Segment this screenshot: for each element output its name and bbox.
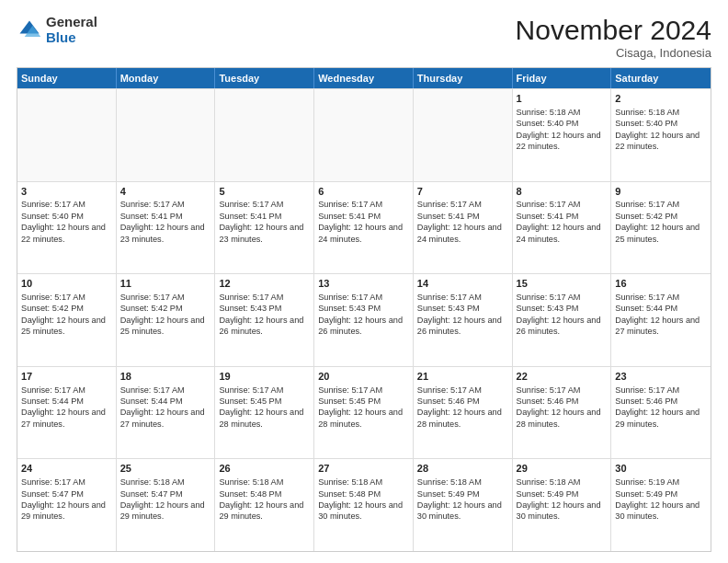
calendar-cell: 30Sunrise: 5:19 AMSunset: 5:49 PMDayligh… [611, 459, 711, 551]
day-number: 11 [120, 277, 211, 291]
day-info: Sunset: 5:49 PM [517, 488, 608, 500]
day-info: Daylight: 12 hours and 25 minutes. [120, 315, 211, 338]
day-number: 9 [615, 185, 707, 199]
cal-header-cell: Saturday [611, 68, 711, 88]
calendar-cell: 2Sunrise: 5:18 AMSunset: 5:40 PMDaylight… [611, 89, 711, 181]
cal-header-cell: Thursday [414, 68, 513, 88]
day-info: Sunrise: 5:17 AM [615, 199, 707, 210]
day-info: Sunset: 5:41 PM [120, 211, 211, 222]
day-number: 20 [318, 370, 409, 384]
day-info: Sunset: 5:46 PM [517, 396, 608, 407]
calendar-cell: 10Sunrise: 5:17 AMSunset: 5:42 PMDayligh… [17, 274, 117, 366]
day-number: 3 [21, 185, 112, 199]
day-info: Daylight: 12 hours and 22 minutes. [615, 130, 707, 153]
day-info: Daylight: 12 hours and 30 minutes. [615, 500, 707, 523]
cal-header-cell: Friday [513, 68, 612, 88]
logo-blue: Blue [46, 30, 97, 46]
day-info: Daylight: 12 hours and 25 minutes. [21, 315, 112, 338]
calendar-body: 1Sunrise: 5:18 AMSunset: 5:40 PMDaylight… [17, 88, 711, 551]
day-info: Sunset: 5:45 PM [318, 396, 409, 407]
day-info: Daylight: 12 hours and 27 minutes. [615, 315, 707, 338]
day-info: Sunset: 5:46 PM [417, 396, 508, 407]
day-info: Sunrise: 5:18 AM [219, 477, 310, 488]
calendar-cell: 4Sunrise: 5:17 AMSunset: 5:41 PMDaylight… [117, 182, 216, 274]
calendar: SundayMondayTuesdayWednesdayThursdayFrid… [17, 67, 711, 552]
calendar-week-row: 17Sunrise: 5:17 AMSunset: 5:44 PMDayligh… [17, 366, 711, 459]
day-info: Sunset: 5:42 PM [615, 211, 707, 222]
day-info: Daylight: 12 hours and 29 minutes. [120, 500, 211, 523]
day-info: Sunrise: 5:17 AM [615, 292, 707, 303]
day-info: Sunset: 5:44 PM [120, 396, 211, 407]
day-info: Sunset: 5:47 PM [120, 488, 211, 500]
day-info: Sunset: 5:40 PM [615, 118, 707, 129]
day-info: Daylight: 12 hours and 28 minutes. [517, 407, 608, 430]
calendar-week-row: 1Sunrise: 5:18 AMSunset: 5:40 PMDaylight… [17, 88, 711, 181]
day-info: Daylight: 12 hours and 29 minutes. [615, 407, 707, 430]
day-info: Sunset: 5:43 PM [417, 303, 508, 314]
day-info: Daylight: 12 hours and 22 minutes. [21, 222, 112, 245]
day-number: 5 [219, 185, 310, 199]
calendar-cell: 8Sunrise: 5:17 AMSunset: 5:41 PMDaylight… [513, 182, 612, 274]
calendar-header-row: SundayMondayTuesdayWednesdayThursdayFrid… [17, 68, 711, 88]
day-info: Sunrise: 5:17 AM [417, 292, 508, 303]
day-number: 4 [120, 185, 211, 199]
day-info: Sunset: 5:44 PM [21, 396, 112, 407]
calendar-cell: 11Sunrise: 5:17 AMSunset: 5:42 PMDayligh… [117, 274, 216, 366]
day-info: Sunset: 5:41 PM [417, 211, 508, 222]
day-info: Sunrise: 5:17 AM [517, 292, 608, 303]
day-number: 21 [417, 370, 508, 384]
calendar-cell: 23Sunrise: 5:17 AMSunset: 5:46 PMDayligh… [611, 367, 711, 459]
day-info: Sunrise: 5:17 AM [219, 292, 310, 303]
day-info: Sunrise: 5:18 AM [318, 477, 409, 488]
day-info: Sunrise: 5:18 AM [120, 477, 211, 488]
calendar-cell [215, 89, 314, 181]
day-info: Sunrise: 5:17 AM [417, 199, 508, 210]
day-number: 26 [219, 462, 310, 476]
day-number: 29 [517, 462, 608, 476]
day-info: Sunrise: 5:17 AM [21, 477, 112, 488]
cal-header-cell: Monday [117, 68, 216, 88]
calendar-week-row: 10Sunrise: 5:17 AMSunset: 5:42 PMDayligh… [17, 273, 711, 366]
day-info: Sunset: 5:41 PM [219, 211, 310, 222]
day-info: Sunrise: 5:17 AM [318, 385, 409, 396]
day-info: Daylight: 12 hours and 26 minutes. [417, 315, 508, 338]
calendar-cell: 7Sunrise: 5:17 AMSunset: 5:41 PMDaylight… [414, 182, 513, 274]
day-info: Sunset: 5:40 PM [21, 211, 112, 222]
logo-general: General [46, 15, 97, 30]
day-info: Sunset: 5:49 PM [615, 488, 707, 500]
logo-text: General Blue [46, 15, 97, 45]
day-info: Daylight: 12 hours and 29 minutes. [219, 500, 310, 523]
calendar-cell: 22Sunrise: 5:17 AMSunset: 5:46 PMDayligh… [513, 367, 612, 459]
day-info: Sunrise: 5:17 AM [21, 385, 112, 396]
calendar-cell: 14Sunrise: 5:17 AMSunset: 5:43 PMDayligh… [414, 274, 513, 366]
header: General Blue November 2024 Cisaga, Indon… [17, 15, 711, 60]
day-number: 10 [21, 277, 112, 291]
day-info: Daylight: 12 hours and 23 minutes. [219, 222, 310, 245]
day-info: Sunset: 5:49 PM [417, 488, 508, 500]
calendar-cell: 17Sunrise: 5:17 AMSunset: 5:44 PMDayligh… [17, 367, 117, 459]
day-info: Daylight: 12 hours and 25 minutes. [615, 222, 707, 245]
day-info: Sunrise: 5:17 AM [21, 292, 112, 303]
day-number: 16 [615, 277, 707, 291]
day-number: 24 [21, 462, 112, 476]
day-info: Sunrise: 5:19 AM [615, 477, 707, 488]
day-number: 7 [417, 185, 508, 199]
calendar-cell [314, 89, 414, 181]
day-info: Daylight: 12 hours and 27 minutes. [120, 407, 211, 430]
day-info: Daylight: 12 hours and 30 minutes. [517, 500, 608, 523]
day-info: Sunrise: 5:17 AM [120, 292, 211, 303]
day-info: Daylight: 12 hours and 24 minutes. [318, 222, 409, 245]
day-info: Sunset: 5:43 PM [219, 303, 310, 314]
day-number: 14 [417, 277, 508, 291]
day-info: Daylight: 12 hours and 26 minutes. [219, 315, 310, 338]
calendar-cell: 16Sunrise: 5:17 AMSunset: 5:44 PMDayligh… [611, 274, 711, 366]
day-info: Daylight: 12 hours and 24 minutes. [517, 222, 608, 245]
calendar-cell: 6Sunrise: 5:17 AMSunset: 5:41 PMDaylight… [314, 182, 414, 274]
day-info: Sunrise: 5:17 AM [318, 292, 409, 303]
day-info: Sunset: 5:42 PM [120, 303, 211, 314]
day-info: Sunrise: 5:18 AM [615, 107, 707, 118]
day-number: 23 [615, 370, 707, 384]
day-info: Daylight: 12 hours and 26 minutes. [517, 315, 608, 338]
day-info: Daylight: 12 hours and 30 minutes. [417, 500, 508, 523]
calendar-cell: 28Sunrise: 5:18 AMSunset: 5:49 PMDayligh… [414, 459, 513, 551]
